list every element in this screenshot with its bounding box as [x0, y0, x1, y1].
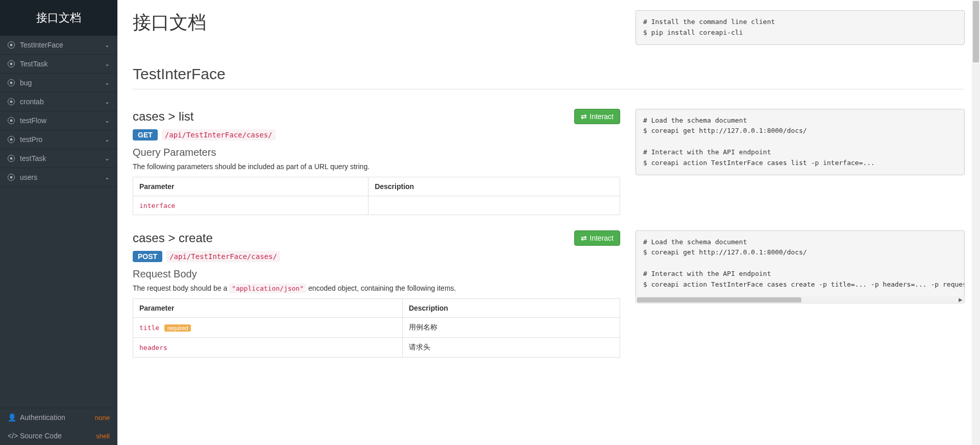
- main-content: 接口文档 # Install the command line client $…: [117, 0, 980, 368]
- chevron-down-icon: ⌄: [105, 136, 110, 143]
- param-desc: 用例名称: [402, 317, 620, 337]
- request-body-desc: The request body should be a "applicatio…: [133, 284, 620, 292]
- sidebar: 接口文档 TestInterFace ⌄ TestTask ⌄ bug ⌄ cr…: [0, 0, 117, 368]
- chevron-down-icon: ⌄: [105, 98, 110, 105]
- target-icon: [8, 155, 15, 162]
- sidebar-item-testinterface[interactable]: TestInterFace ⌄: [0, 36, 117, 55]
- th-parameter: Parameter: [133, 298, 403, 317]
- scroll-right-icon: ▶: [959, 297, 963, 302]
- endpoint-path: /api/TestInterFace/cases/: [166, 251, 280, 262]
- install-code-block: # Install the command line client $ pip …: [635, 10, 965, 45]
- sidebar-item-label: crontab: [20, 98, 105, 106]
- method-badge-post: POST: [133, 251, 162, 262]
- th-description: Description: [369, 177, 620, 196]
- sidebar-item-label: TestInterFace: [20, 41, 105, 49]
- sidebar-item-testtask2[interactable]: testTask ⌄: [0, 149, 117, 168]
- sidebar-item-label: testTask: [20, 154, 105, 162]
- target-icon: [8, 79, 15, 86]
- swap-icon: [581, 234, 587, 242]
- target-icon: [8, 60, 15, 67]
- table-row: headers 请求头: [133, 337, 620, 357]
- chevron-down-icon: ⌄: [105, 79, 110, 86]
- endpoint-cases-list: cases > list Interact GET /api/TestInter…: [133, 109, 620, 215]
- sidebar-item-users[interactable]: users ⌄: [0, 168, 117, 187]
- interact-label: Interact: [590, 112, 614, 121]
- table-row: title required 用例名称: [133, 317, 620, 337]
- endpoint-title: cases > list: [133, 109, 193, 124]
- params-table: Parameter Description interface: [133, 177, 620, 215]
- endpoint-code-block: # Load the schema document $ coreapi get…: [635, 230, 965, 296]
- endpoint-path: /api/TestInterFace/cases/: [162, 129, 276, 140]
- target-icon: [8, 136, 15, 143]
- chevron-down-icon: ⌄: [105, 41, 110, 49]
- param-name: title: [139, 324, 159, 332]
- sidebar-nav: TestInterFace ⌄ TestTask ⌄ bug ⌄ crontab…: [0, 36, 117, 368]
- chevron-down-icon: ⌄: [105, 155, 110, 162]
- method-badge-get: GET: [133, 129, 158, 140]
- table-header-row: Parameter Description: [133, 177, 620, 196]
- sidebar-item-label: bug: [20, 79, 105, 87]
- query-params-heading: Query Parameters: [133, 147, 620, 158]
- desc-code: "application/json": [229, 284, 306, 293]
- query-params-desc: The following parameters should be inclu…: [133, 162, 620, 171]
- chevron-down-icon: ⌄: [105, 117, 110, 124]
- sidebar-item-testflow[interactable]: testFlow ⌄: [0, 111, 117, 130]
- sidebar-item-label: users: [20, 173, 105, 181]
- sidebar-item-label: testFlow: [20, 116, 105, 125]
- param-name: headers: [139, 344, 167, 352]
- required-badge: required: [164, 324, 191, 332]
- sidebar-item-testtask[interactable]: TestTask ⌄: [0, 55, 117, 74]
- sidebar-item-label: testPro: [20, 135, 105, 144]
- section-title: TestInterFace: [133, 65, 965, 89]
- target-icon: [8, 117, 15, 124]
- sidebar-title: 接口文档: [0, 0, 117, 36]
- page-scrollbar[interactable]: [972, 0, 980, 368]
- sidebar-item-bug[interactable]: bug ⌄: [0, 74, 117, 92]
- th-parameter: Parameter: [133, 177, 369, 196]
- endpoint-code-block: # Load the schema document $ coreapi get…: [635, 109, 965, 175]
- param-name: interface: [139, 202, 175, 209]
- param-desc: 请求头: [402, 337, 620, 357]
- request-body-heading: Request Body: [133, 268, 620, 280]
- target-icon: [8, 174, 15, 181]
- horizontal-scrollbar[interactable]: ◀ ▶: [635, 296, 965, 303]
- endpoint-cases-create: cases > create Interact POST /api/TestIn…: [133, 230, 620, 358]
- interact-button[interactable]: Interact: [574, 109, 620, 124]
- chevron-down-icon: ⌄: [105, 174, 110, 181]
- chevron-down-icon: ⌄: [105, 60, 110, 67]
- sidebar-item-crontab[interactable]: crontab ⌄: [0, 92, 117, 111]
- endpoint-title: cases > create: [133, 231, 213, 245]
- table-row: interface: [133, 196, 620, 215]
- th-description: Description: [402, 298, 620, 317]
- table-header-row: Parameter Description: [133, 298, 620, 317]
- sidebar-item-testpro[interactable]: testPro ⌄: [0, 130, 117, 149]
- target-icon: [8, 98, 15, 105]
- interact-button[interactable]: Interact: [574, 230, 620, 246]
- scrollbar-thumb[interactable]: [637, 297, 801, 302]
- desc-post: encoded object, containing the following…: [308, 284, 456, 292]
- scrollbar-thumb[interactable]: [973, 1, 979, 62]
- target-icon: [8, 41, 15, 49]
- params-table: Parameter Description title required 用例名…: [133, 298, 620, 358]
- interact-label: Interact: [590, 234, 614, 242]
- sidebar-item-label: TestTask: [20, 60, 105, 68]
- param-desc: [369, 196, 620, 215]
- desc-pre: The request body should be a: [133, 284, 229, 292]
- page-title: 接口文档: [133, 10, 620, 35]
- swap-icon: [581, 112, 587, 121]
